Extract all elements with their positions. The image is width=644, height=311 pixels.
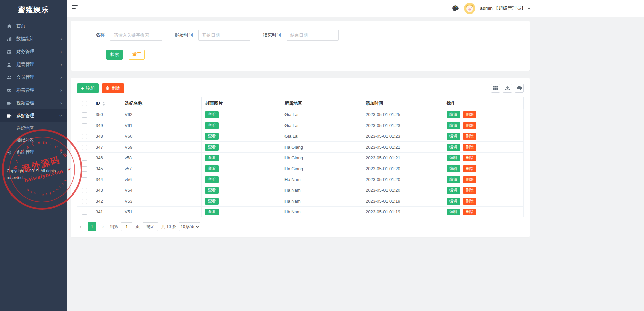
sidebar-item[interactable]: 彩票管理› [0, 84, 67, 97]
search-button[interactable]: 检索 [106, 50, 123, 60]
row-name: V60 [121, 131, 202, 142]
view-button[interactable]: 查看 [205, 209, 219, 215]
users-icon [7, 75, 13, 80]
bulk-delete-button[interactable]: 删除 [102, 83, 124, 93]
row-checkbox[interactable] [82, 112, 87, 118]
table-row: 345v57查看Hà Giang2023-05-01 01:20编辑删除 [77, 163, 524, 174]
edit-button[interactable]: 编辑 [447, 155, 460, 161]
row-region: Hà Nam [281, 174, 362, 185]
home-icon [7, 23, 13, 29]
row-name: V62 [121, 109, 202, 120]
sidebar-subitem[interactable]: 选妃列表 [0, 134, 67, 146]
view-button[interactable]: 查看 [205, 155, 219, 161]
keyword-input[interactable] [110, 30, 162, 41]
view-button[interactable]: 查看 [205, 144, 219, 151]
sidebar-item[interactable]: 首页 [0, 20, 67, 32]
view-button[interactable]: 查看 [205, 198, 219, 205]
sidebar-item[interactable]: 超管管理› [0, 58, 67, 71]
delete-button[interactable]: 删除 [463, 155, 476, 161]
start-date-input[interactable] [198, 30, 250, 41]
end-time-label: 结束时间 [263, 32, 281, 38]
current-page-button[interactable]: 1 [88, 222, 96, 231]
menu-toggle-icon[interactable] [72, 5, 78, 11]
row-checkbox[interactable] [82, 156, 87, 161]
export-icon[interactable] [503, 84, 512, 93]
next-page-button[interactable]: › [99, 224, 107, 230]
row-checkbox[interactable] [82, 199, 87, 204]
row-name: v57 [121, 163, 202, 174]
table-row: 344v56查看Hà Nam2023-05-01 01:20编辑删除 [77, 174, 524, 185]
row-checkbox[interactable] [82, 123, 87, 128]
sidebar-item[interactable]: 数据统计› [0, 32, 67, 45]
table-row: 341V51查看Hà Nam2023-05-01 01:19编辑删除 [77, 207, 524, 217]
edit-button[interactable]: 编辑 [447, 198, 460, 205]
row-region: Hà Nam [281, 196, 362, 207]
edit-button[interactable]: 编辑 [447, 122, 460, 129]
chevron-right-icon: › [60, 87, 62, 93]
sort-icon[interactable] [102, 102, 105, 106]
columns-icon[interactable] [491, 84, 500, 93]
row-name: V54 [121, 185, 202, 196]
row-id: 350 [92, 109, 121, 120]
prev-page-button[interactable]: ‹ [77, 224, 84, 230]
goto-confirm-button[interactable]: 确定 [143, 222, 158, 231]
view-button[interactable]: 查看 [205, 187, 219, 194]
edit-button[interactable]: 编辑 [447, 144, 460, 151]
row-checkbox[interactable] [82, 145, 87, 150]
row-checkbox[interactable] [82, 210, 87, 215]
edit-button[interactable]: 编辑 [447, 165, 460, 172]
row-checkbox[interactable] [82, 166, 87, 172]
user-dropdown[interactable]: admin 【超级管理员】 [480, 5, 530, 11]
delete-button[interactable]: 删除 [463, 133, 476, 140]
page-size-select[interactable]: 10条/页 [179, 222, 200, 231]
edit-button[interactable]: 编辑 [447, 133, 460, 140]
reset-button[interactable]: 重置 [129, 50, 145, 60]
delete-button[interactable]: 删除 [463, 209, 476, 215]
sidebar-item[interactable]: 选妃管理› [0, 109, 67, 122]
row-checkbox[interactable] [82, 188, 87, 193]
add-button[interactable]: + 添加 [77, 83, 99, 93]
delete-button[interactable]: 删除 [463, 111, 476, 118]
view-button[interactable]: 查看 [205, 176, 219, 183]
user-avatar[interactable] [464, 3, 475, 14]
column-header-id[interactable]: ID [92, 97, 121, 109]
delete-button[interactable]: 删除 [463, 122, 476, 129]
chart-icon [7, 36, 13, 42]
sidebar-item[interactable]: 会员管理› [0, 71, 67, 84]
edit-button[interactable]: 编辑 [447, 111, 460, 118]
select-all-checkbox[interactable] [82, 101, 87, 106]
end-date-input[interactable] [287, 30, 339, 41]
delete-button[interactable]: 删除 [463, 176, 476, 183]
row-id: 345 [92, 163, 121, 174]
pagination: ‹ 1 › 到第 页 确定 共 10 条 10条/页 [77, 222, 524, 231]
goto-page-input[interactable] [121, 222, 132, 231]
view-button[interactable]: 查看 [205, 122, 219, 129]
table-row: 347V59查看Hà Giang2023-05-01 01:21编辑删除 [77, 142, 524, 153]
view-button[interactable]: 查看 [205, 111, 219, 118]
row-name: V53 [121, 196, 202, 207]
delete-button[interactable]: 删除 [463, 187, 476, 194]
row-checkbox[interactable] [82, 177, 87, 182]
data-table: ID 选妃名称 封面图片 所属地区 添加时间 操作 350V62查看Gia La… [77, 97, 524, 217]
edit-button[interactable]: 编辑 [447, 209, 460, 215]
sidebar-item[interactable]: 系统管理› [0, 146, 67, 159]
view-button[interactable]: 查看 [205, 165, 219, 172]
table-row: 342V53查看Hà Nam2023-05-01 01:19编辑删除 [77, 196, 524, 207]
view-button[interactable]: 查看 [205, 133, 219, 140]
row-id: 348 [92, 131, 121, 142]
chevron-right-icon: › [60, 62, 62, 67]
edit-button[interactable]: 编辑 [447, 187, 460, 194]
row-checkbox[interactable] [82, 134, 87, 139]
sidebar-subitem[interactable]: 选妃地区 [0, 122, 67, 134]
row-region: Gia Lai [281, 109, 362, 120]
print-icon[interactable] [515, 84, 524, 93]
delete-button[interactable]: 删除 [463, 144, 476, 151]
sidebar-item[interactable]: 视频管理› [0, 97, 67, 109]
sidebar-item[interactable]: 财务管理› [0, 45, 67, 58]
plus-icon: + [81, 86, 84, 91]
delete-button[interactable]: 删除 [463, 165, 476, 172]
search-panel: 名称 起始时间 结束时间 检索 重置 [71, 21, 530, 71]
edit-button[interactable]: 编辑 [447, 176, 460, 183]
delete-button[interactable]: 删除 [463, 198, 476, 205]
theme-palette-icon[interactable] [452, 5, 459, 12]
